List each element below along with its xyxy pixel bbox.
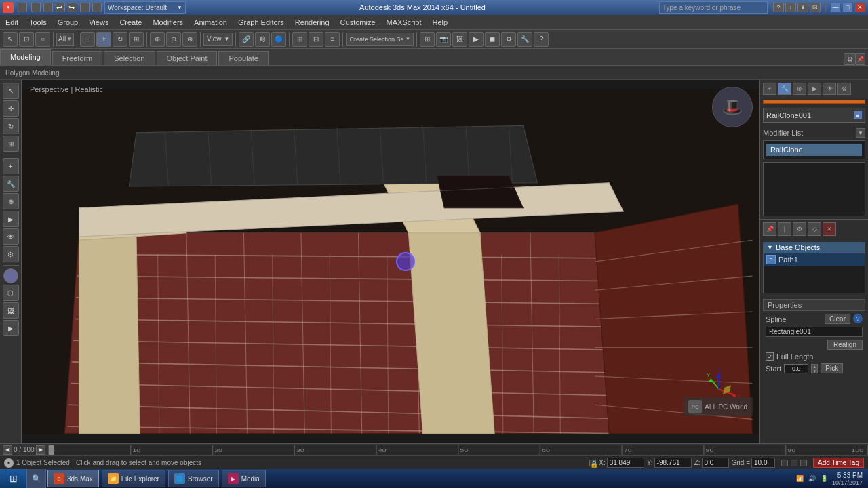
taskbar-media[interactable]: ▶ Media bbox=[222, 470, 266, 487]
help-icon[interactable]: ? bbox=[773, 3, 784, 12]
rp-tab-modify[interactable]: 🔧 bbox=[778, 83, 791, 95]
tb-tools3[interactable]: 🔧 bbox=[517, 32, 532, 47]
filter-dropdown[interactable]: All ▼ bbox=[56, 33, 74, 46]
x-value[interactable]: 31.849 bbox=[607, 458, 644, 468]
pick-btn[interactable]: Pick bbox=[821, 363, 843, 373]
quick-access-1[interactable] bbox=[18, 3, 27, 12]
tb-layer[interactable]: ≡ bbox=[325, 32, 340, 47]
lt-matl[interactable]: ⬡ bbox=[3, 285, 19, 301]
star-icon[interactable]: ★ bbox=[797, 3, 808, 12]
quick-access-save[interactable] bbox=[80, 3, 90, 12]
start-button[interactable]: ⊞ bbox=[0, 469, 27, 488]
tb-schematic[interactable]: ⊞ bbox=[420, 32, 435, 47]
menu-help[interactable]: Help bbox=[427, 15, 454, 30]
quick-access-undo[interactable]: ↩ bbox=[56, 3, 65, 12]
tab-pin[interactable]: 📌 bbox=[856, 53, 865, 65]
tab-populate[interactable]: Populate bbox=[218, 51, 268, 65]
lt-create[interactable]: + bbox=[3, 158, 19, 174]
tb-snaps[interactable]: ⊛ bbox=[182, 32, 197, 47]
tab-selection[interactable]: Selection bbox=[104, 51, 155, 65]
pin-stack-btn[interactable]: 📌 bbox=[763, 222, 776, 236]
menu-customize[interactable]: Customize bbox=[335, 15, 381, 30]
taskbar-browser[interactable]: 🌐 Browser bbox=[168, 470, 219, 487]
comm-icon[interactable]: ✉ bbox=[810, 3, 821, 12]
rp-tab-display[interactable]: 👁 bbox=[823, 83, 836, 95]
tray-sound[interactable]: 🔊 bbox=[808, 474, 817, 483]
rp-tab-motion[interactable]: ▶ bbox=[808, 83, 821, 95]
viewport[interactable]: Perspective | Realistic bbox=[22, 80, 760, 443]
search-bar[interactable]: Type a keyword or phrase bbox=[659, 1, 768, 14]
lt-modify[interactable]: 🔧 bbox=[3, 176, 19, 192]
tb-render[interactable]: 🖼 bbox=[452, 32, 467, 47]
tb-help2[interactable]: ? bbox=[534, 32, 549, 47]
color-swatch[interactable]: ■ bbox=[854, 111, 862, 119]
y-value[interactable]: -98.761 bbox=[654, 458, 692, 468]
tab-config[interactable]: ⚙ bbox=[844, 53, 856, 65]
workspace-dropdown[interactable]: Workspace: Default ▼ bbox=[104, 1, 186, 14]
lt-select-color[interactable] bbox=[3, 268, 18, 283]
status-lock[interactable]: 🔒 bbox=[589, 460, 596, 466]
tb-ref-coord[interactable]: ⊕ bbox=[150, 32, 165, 47]
menu-tools[interactable]: Tools bbox=[24, 15, 52, 30]
full-length-checkbox[interactable]: ✓ bbox=[766, 352, 774, 361]
tab-freeform[interactable]: Freeform bbox=[52, 51, 103, 65]
minimize-button[interactable]: — bbox=[830, 3, 841, 12]
tb-tools2[interactable]: ⚙ bbox=[501, 32, 516, 47]
rp-tab-create[interactable]: + bbox=[763, 83, 776, 95]
modifier-railclone[interactable]: RailClone bbox=[766, 144, 862, 156]
view-dropdown[interactable]: View▼ bbox=[203, 33, 233, 46]
tb-move[interactable]: ✛ bbox=[96, 32, 111, 47]
tb-region[interactable]: ⊡ bbox=[19, 32, 34, 47]
base-objects-header[interactable]: ▼ Base Objects bbox=[763, 242, 865, 253]
tb-snap[interactable]: ⊙ bbox=[166, 32, 181, 47]
maximize-button[interactable]: □ bbox=[842, 3, 853, 12]
info-icon[interactable]: i bbox=[785, 3, 796, 12]
tb-rotate[interactable]: ↻ bbox=[113, 32, 127, 47]
quick-access-open[interactable] bbox=[92, 3, 102, 12]
lt-scale[interactable]: ⊞ bbox=[3, 136, 19, 152]
taskbar-3dsmax[interactable]: 3 3ds Max bbox=[47, 470, 99, 487]
quick-access-redo[interactable]: ↪ bbox=[68, 3, 77, 12]
make-unique-btn[interactable]: ◇ bbox=[808, 222, 821, 236]
base-obj-path1[interactable]: P Path1 bbox=[764, 253, 865, 266]
menu-graph-editors[interactable]: Graph Editors bbox=[233, 15, 290, 30]
quick-access-2[interactable] bbox=[31, 3, 41, 12]
taskbar-clock[interactable]: 5:33 PM 10/17/2017 bbox=[832, 472, 863, 486]
selection-set-dropdown[interactable]: Create Selection Se ▼ bbox=[346, 33, 414, 46]
lt-play[interactable]: ▶ bbox=[3, 320, 19, 336]
object-name-field[interactable]: RailClone001 ■ bbox=[763, 108, 865, 123]
tb-align[interactable]: ⊟ bbox=[309, 32, 323, 47]
lt-display[interactable]: 👁 bbox=[3, 228, 19, 245]
lt-select-obj[interactable]: ↖ bbox=[3, 83, 19, 99]
tab-modeling[interactable]: Modeling bbox=[0, 49, 51, 65]
rp-tab-utils[interactable]: ⚙ bbox=[837, 83, 851, 95]
menu-maxscript[interactable]: MAXScript bbox=[381, 15, 427, 30]
taskbar-explorer[interactable]: 📁 File Explorer bbox=[102, 470, 165, 487]
menu-rendering[interactable]: Rendering bbox=[290, 15, 335, 30]
timeline-track[interactable]: 0 10 20 30 40 50 60 70 80 90 1 bbox=[48, 445, 868, 455]
tb-select[interactable]: ↖ bbox=[3, 32, 18, 47]
start-value-input[interactable] bbox=[784, 364, 808, 373]
grid-value[interactable]: 10.0 bbox=[751, 458, 775, 468]
show-all-btn[interactable]: | bbox=[778, 222, 791, 236]
menu-modifiers[interactable]: Modifiers bbox=[147, 15, 189, 30]
timeline-collapse-btn[interactable]: ▶ bbox=[36, 445, 45, 455]
taskbar-search[interactable]: 🔍 bbox=[27, 469, 46, 488]
menu-group[interactable]: Group bbox=[52, 15, 84, 30]
tb-bind-space[interactable]: 🔵 bbox=[271, 32, 286, 47]
z-value[interactable]: 0.0 bbox=[702, 458, 729, 468]
tab-object-paint[interactable]: Object Paint bbox=[157, 51, 218, 65]
rp-tab-hierarchy[interactable]: ⊕ bbox=[793, 83, 806, 95]
tb-mirror[interactable]: ⊞ bbox=[292, 32, 307, 47]
close-button[interactable]: ✕ bbox=[854, 3, 865, 12]
tb-select-filter[interactable]: ☰ bbox=[80, 32, 95, 47]
timeline-expand-btn[interactable]: ◀ bbox=[3, 445, 12, 455]
tb-scale[interactable]: ⊞ bbox=[129, 32, 144, 47]
add-time-tag-btn[interactable]: Add Time Tag bbox=[813, 458, 864, 468]
menu-animation[interactable]: Animation bbox=[189, 15, 233, 30]
lt-move[interactable]: ✛ bbox=[3, 100, 19, 117]
tb-unlink[interactable]: ⛓ bbox=[255, 32, 270, 47]
tb-link[interactable]: 🔗 bbox=[239, 32, 254, 47]
menu-edit[interactable]: Edit bbox=[0, 15, 24, 30]
configure-btn[interactable]: ⚙ bbox=[793, 222, 806, 236]
